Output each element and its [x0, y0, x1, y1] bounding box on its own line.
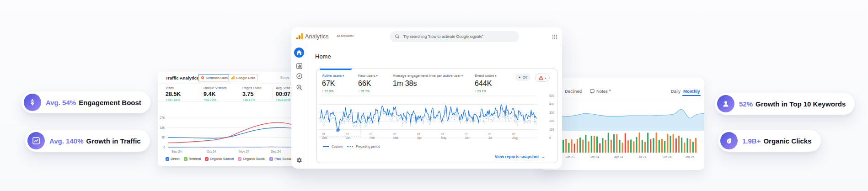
- link-label: View reports snapshot: [495, 154, 539, 159]
- sidebar-item-advertising[interactable]: [294, 82, 304, 92]
- legend-item-direct[interactable]: ✓Direct: [166, 157, 180, 161]
- divider: [239, 87, 239, 100]
- metric-value: 28.5K: [166, 91, 181, 97]
- monthly-active-underline: [682, 95, 701, 96]
- badge-text: Avg. 54%Engagement Boost: [46, 99, 141, 106]
- svg-text:Apr: Apr: [417, 136, 422, 140]
- legend-checkbox[interactable]: ✓: [269, 157, 273, 161]
- account-picker[interactable]: All accounts ›: [337, 34, 354, 37]
- metric-delta: ↑ 35.7%: [358, 90, 377, 93]
- sidebar-item-admin[interactable]: [294, 155, 304, 165]
- legend-label: Organic Search: [210, 157, 234, 161]
- metric-selector[interactable]: Active users ▾: [322, 74, 344, 78]
- legend-item-organic-search[interactable]: ✓Organic Search: [205, 157, 234, 161]
- metric-2[interactable]: Pages / Visit3.75+16.17%: [242, 86, 262, 101]
- metric-label: Active users: [322, 74, 342, 78]
- x-tick: Jan 24: [590, 155, 599, 159]
- legend-item-organic-social[interactable]: ✓Organic Social: [238, 157, 265, 161]
- declined-filter-label[interactable]: Declined: [565, 89, 582, 94]
- apps-grid-icon[interactable]: [552, 34, 557, 40]
- badge-value: Avg. 140%: [49, 137, 83, 145]
- chevron-down-icon: ▾: [375, 74, 378, 77]
- search-performance-panel: Declined Notes ▾ Daily Monthly Oct 23Jan…: [540, 78, 704, 170]
- hero-dashboards-section: Traffic Analytics ⓘ Semrush Data Google …: [0, 0, 868, 191]
- legend-checkbox[interactable]: ✓: [184, 157, 188, 161]
- sidebar-item-reports[interactable]: [294, 61, 304, 71]
- legend-item-referral[interactable]: ✓Referral: [184, 157, 201, 161]
- divider: [291, 45, 562, 45]
- metric-1[interactable]: Unique Visitors9.4K+98.79%: [204, 86, 226, 101]
- data-warning-dropdown[interactable]: ▾: [535, 74, 550, 82]
- svg-text:01: 01: [346, 133, 349, 136]
- legend-label: Referral: [189, 157, 201, 161]
- divider: [158, 101, 304, 101]
- tab-daily[interactable]: Daily: [671, 89, 680, 94]
- view-reports-snapshot-link[interactable]: View reports snapshot →: [495, 154, 545, 159]
- divider: [200, 87, 200, 100]
- metric-label: New users: [358, 74, 375, 78]
- svg-text:300: 300: [549, 111, 554, 114]
- svg-text:Jun: Jun: [465, 136, 470, 139]
- svg-text:Aug: Aug: [512, 136, 518, 140]
- metric-selector[interactable]: New users ▾: [358, 74, 377, 78]
- legend-label: Organic Social: [243, 157, 265, 161]
- warning-triangle-icon: [539, 76, 543, 80]
- svg-text:01: 01: [370, 133, 373, 136]
- svg-text:Feb: Feb: [370, 136, 375, 139]
- svg-text:27K: 27K: [160, 116, 165, 119]
- badge-label: Engagement Boost: [79, 99, 141, 106]
- badge-text: Avg. 140%Growth in Traffic: [49, 137, 141, 145]
- ga-users-line-chart: 500400300200100001Dec01Jan01Feb01Mar01Ap…: [319, 95, 557, 143]
- metric-value: 644K: [475, 80, 496, 88]
- metric-value: 67K: [322, 80, 344, 88]
- divider: [540, 99, 704, 99]
- search-input[interactable]: Try searching "how to activate Google si…: [390, 31, 519, 42]
- leaf-icon: [720, 132, 738, 149]
- legend-label: Direct: [171, 157, 180, 161]
- stat-badge-organic-clicks: 1.9B+Organic Clicks: [718, 130, 821, 152]
- divider: [307, 45, 307, 169]
- sidebar-item-explore[interactable]: [294, 71, 304, 81]
- svg-text:Sep 24: Sep 24: [171, 150, 182, 154]
- svg-text:200: 200: [549, 119, 554, 122]
- svg-text:Jul: Jul: [488, 136, 493, 139]
- legend-current-swatch: [323, 146, 329, 147]
- person-icon: [717, 95, 734, 112]
- tab-google-data[interactable]: Google Data: [228, 74, 258, 81]
- tab-monthly[interactable]: Monthly: [683, 89, 700, 94]
- metric-value: 1m 38s: [393, 80, 463, 88]
- chevron-right-icon: ›: [354, 34, 354, 37]
- metric-0[interactable]: Visits28.5K+267.16%: [166, 86, 181, 101]
- x-tick: Jul 24: [638, 155, 646, 159]
- svg-text:Dec 24: Dec 24: [271, 150, 281, 153]
- notes-button[interactable]: Notes: [596, 89, 608, 94]
- stat-badge-growth-in-traffic: Avg. 140%Growth in Traffic: [25, 130, 150, 152]
- metric-selector[interactable]: Event count ▾: [475, 74, 496, 78]
- metric-label: Event count: [475, 74, 494, 78]
- chevron-down-icon[interactable]: ▾: [609, 89, 611, 92]
- metric-selector[interactable]: Average engagement time per active user …: [393, 74, 463, 78]
- ga-metric-0: Active users ▾67K↑ 37.9%: [322, 74, 344, 93]
- svg-text:100: 100: [549, 128, 554, 131]
- divider: [272, 87, 273, 100]
- search-placeholder: Try searching "how to activate Google si…: [403, 34, 483, 39]
- account-picker-label: All accounts: [337, 34, 353, 37]
- semrush-traffic-analytics-panel: Traffic Analytics ⓘ Semrush Data Google …: [158, 72, 304, 166]
- reports-icon: [296, 63, 302, 69]
- stat-badge-engagement-boost: Avg. 54%Engagement Boost: [21, 91, 150, 113]
- chevron-down-icon: ▾: [461, 74, 463, 77]
- legend-checkbox[interactable]: ✓: [166, 157, 169, 161]
- legend-item-paid-social[interactable]: ✓Paid Social: [269, 157, 292, 161]
- tab-label: Semrush Data: [206, 76, 228, 80]
- metric-label: Unique Visitors: [204, 86, 226, 90]
- x-tick: Oct 23: [566, 155, 574, 159]
- svg-text:Nov 24: Nov 24: [239, 150, 249, 153]
- legend-checkbox[interactable]: ✓: [205, 157, 209, 161]
- insights-off-toggle[interactable]: ✦ Off: [515, 74, 530, 81]
- google-analytics-logo-icon: [296, 32, 304, 40]
- ga-metric-3: Event count ▾644K↑ 23.1%: [475, 74, 496, 93]
- legend-checkbox[interactable]: ✓: [238, 157, 241, 161]
- sidebar-item-home[interactable]: [294, 48, 304, 58]
- stat-badge-growth-in-top-10-keywords: 52%Growth in Top 10 Keywords: [715, 93, 855, 115]
- tab-semrush-data[interactable]: Semrush Data: [198, 74, 230, 81]
